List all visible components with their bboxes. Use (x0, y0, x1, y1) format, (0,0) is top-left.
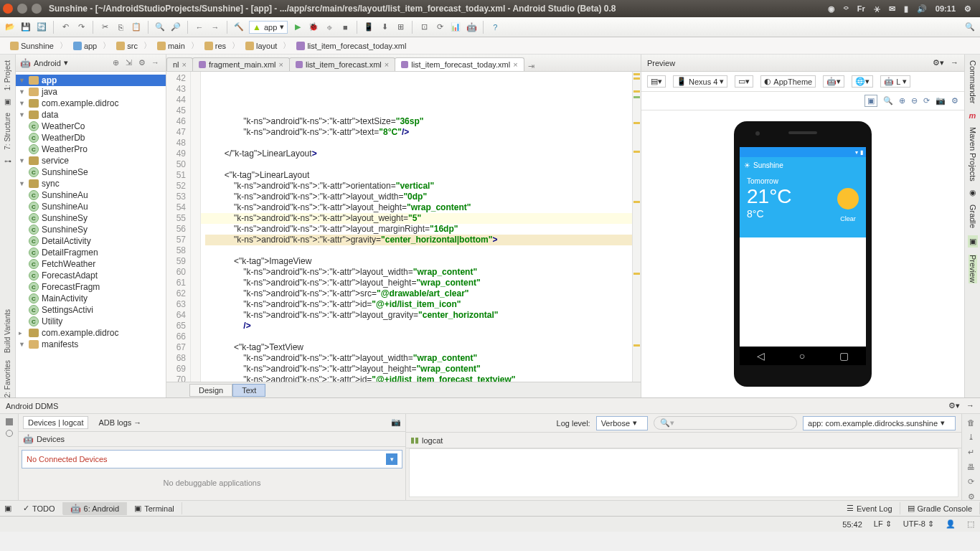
paste-icon[interactable]: 📋 (131, 22, 142, 33)
save-icon[interactable]: 💾 (20, 22, 32, 33)
toolwin-toggle-icon[interactable]: ▣ (0, 504, 16, 513)
tree-manifests[interactable]: ▼manifests (16, 339, 166, 350)
find-icon[interactable]: 🔍 (154, 22, 166, 33)
tree-data[interactable]: ▼data (16, 109, 166, 121)
tab-fragment-main[interactable]: fragment_main.xml× (192, 57, 290, 71)
tree-cls[interactable]: CMainActivity (16, 293, 166, 304)
mail-icon[interactable]: ✉ (889, 4, 895, 14)
tree-cls[interactable]: CSunshineSy (16, 212, 166, 224)
gear-icon[interactable]: ⚙ (138, 58, 149, 68)
tab-dropdown-icon[interactable]: ⇥ (524, 62, 539, 71)
toolwin-project[interactable]: 1: Project (4, 60, 11, 90)
back-icon[interactable]: ← (194, 22, 205, 33)
chrome-icon[interactable]: ◉ (828, 4, 835, 14)
toolwin-gradle-console[interactable]: ▤ Gradle Console (900, 502, 980, 514)
open-icon[interactable]: 📂 (4, 22, 16, 33)
config-select[interactable]: ▤▾ (647, 75, 666, 88)
print-icon[interactable]: 🖶 (967, 463, 975, 471)
toolwin-maven[interactable]: Maven Projects (969, 127, 977, 182)
toolwin-gradle[interactable]: Gradle (969, 204, 977, 228)
window-minimize-icon[interactable] (17, 4, 27, 14)
close-icon[interactable]: × (385, 60, 389, 69)
sync-gradle-icon[interactable]: ⟳ (434, 22, 446, 33)
fold-gutter[interactable] (191, 72, 201, 382)
tree-cls[interactable]: CForecastAdapt (16, 270, 166, 281)
hide-icon[interactable]: → (966, 401, 974, 410)
log-filter-select[interactable]: app: com.example.didrocks.sunshine▾ (803, 416, 956, 430)
structure-icon[interactable]: ⊡ (418, 22, 430, 33)
debug-icon[interactable]: 🐞 (308, 22, 319, 33)
toolwin-android[interactable]: 🤖6: Android (63, 502, 128, 515)
undo-icon[interactable]: ↶ (60, 22, 71, 33)
cursor-position[interactable]: 55:42 (842, 520, 862, 529)
run-config-select[interactable]: ▲ app ▾ (249, 21, 288, 34)
build-icon[interactable]: 🔨 (233, 22, 245, 33)
locale-select[interactable]: 🌐▾ (852, 75, 873, 88)
tree-cls[interactable]: CUtility (16, 316, 166, 327)
line-ending-select[interactable]: LF ⇕ (874, 519, 892, 529)
tab-nl[interactable]: nl× (166, 57, 193, 71)
close-icon[interactable]: × (279, 60, 283, 69)
tab-devices-logcat[interactable]: Devices | logcat (23, 416, 88, 429)
avd-icon[interactable]: 📱 (363, 22, 374, 33)
tree-java[interactable]: ▼java (16, 86, 166, 98)
wifi-icon[interactable]: ⌔ (844, 4, 849, 13)
settings-icon[interactable]: ⚙ (951, 96, 958, 105)
restart-icon[interactable]: ⟳ (968, 477, 974, 486)
tree-sync[interactable]: ▼sync (16, 178, 166, 189)
screenshot-icon[interactable]: 📷 (391, 418, 401, 427)
error-stripe[interactable] (632, 72, 641, 382)
code-body[interactable]: "k-ns">android"k-ns">:"k-attr">textSize=… (201, 72, 632, 382)
replace-icon[interactable]: 🔎 (170, 22, 182, 33)
scroll-to-icon[interactable]: ⊕ (113, 58, 123, 68)
cut-icon[interactable]: ✂ (99, 22, 110, 33)
tree-cls[interactable]: CSettingsActivi (16, 304, 166, 316)
tree-cls[interactable]: CWeatherDb (16, 132, 166, 143)
viewport-icon[interactable]: ▣ (864, 95, 877, 107)
tree-cls[interactable]: CFetchWeather (16, 258, 166, 270)
tree-pkg2[interactable]: ▸com.example.didroc (16, 327, 166, 339)
close-icon[interactable]: × (513, 60, 517, 69)
tab-text[interactable]: Text (232, 384, 265, 397)
tab-list-item-forecast-today[interactable]: list_item_forecast_today.xml× (395, 57, 524, 71)
toolwin-favorites[interactable]: 2: Favorites (4, 360, 11, 397)
tab-design[interactable]: Design (189, 384, 232, 397)
monitor-icon[interactable]: 📊 (450, 22, 461, 33)
toolwin-build-variants[interactable]: Build Variants (4, 309, 11, 353)
code-editor[interactable]: 4243444546474849505152535455565758596061… (166, 72, 641, 382)
crumb-project[interactable]: Sunshine (6, 41, 58, 51)
window-maximize-icon[interactable] (32, 4, 42, 14)
tree-app[interactable]: ▼app (16, 75, 166, 86)
volume-icon[interactable]: 🔊 (917, 4, 927, 14)
device-select[interactable]: No Connected Devices ▾ (22, 450, 402, 468)
crumb-file[interactable]: list_item_forecast_today.xml (292, 41, 410, 51)
stop-icon[interactable]: ■ (339, 22, 351, 33)
tree-cls[interactable]: CForecastFragm (16, 281, 166, 293)
tree-cls[interactable]: CSunshineAu (16, 189, 166, 201)
project-tree[interactable]: ▼app ▼java ▼com.example.didroc ▼data CWe… (16, 72, 166, 397)
tree-cls[interactable]: CDetailActivity (16, 235, 166, 247)
toolwin-eventlog[interactable]: ☰ Event Log (839, 502, 900, 514)
toolwin-terminal[interactable]: ▣ Terminal (127, 502, 182, 514)
tree-cls[interactable]: CDetailFragmen (16, 247, 166, 258)
logcat-output[interactable] (409, 448, 958, 497)
crumb-res[interactable]: res (200, 41, 230, 51)
battery-icon[interactable]: ▮ (904, 4, 908, 14)
sdk-icon[interactable]: ⬇ (379, 22, 390, 33)
zoom-in-icon[interactable]: ⊕ (899, 96, 905, 105)
activity-select[interactable]: 🤖▾ (823, 75, 844, 88)
crumb-layout[interactable]: layout (241, 41, 281, 51)
theme-select[interactable]: ◐ AppTheme (760, 75, 816, 88)
tree-cls[interactable]: CSunshineAu (16, 201, 166, 212)
tab-adb-logs[interactable]: ADB logs → (94, 417, 146, 428)
tree-pkg[interactable]: ▼com.example.didroc (16, 98, 166, 109)
gear-icon[interactable]: ⚙▾ (933, 58, 944, 67)
loglevel-select[interactable]: Verbose▾ (596, 416, 648, 430)
encoding-select[interactable]: UTF-8 ⇕ (903, 519, 934, 529)
settings-icon[interactable]: ⚙ (968, 492, 975, 501)
redo-icon[interactable]: ↷ (75, 22, 87, 33)
zoom-fit-icon[interactable]: 🔍 (883, 96, 893, 105)
scroll-end-icon[interactable]: ⤓ (968, 433, 974, 442)
hide-icon[interactable]: → (951, 58, 958, 67)
android-robot-icon[interactable]: 🤖 (466, 22, 477, 33)
